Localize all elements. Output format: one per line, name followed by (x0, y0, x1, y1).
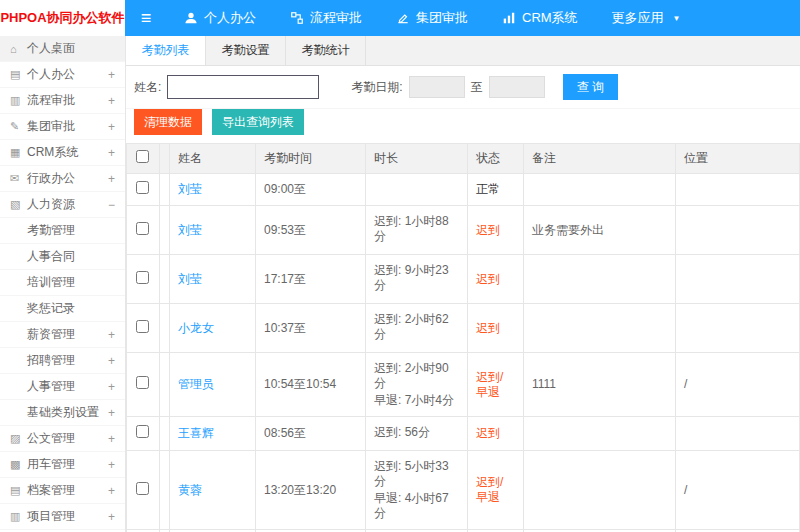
expand-icon[interactable]: + (108, 146, 115, 160)
row-checkbox[interactable] (136, 181, 149, 194)
sidebar-item-workflow-approval[interactable]: ▥流程审批+ (0, 88, 125, 114)
action-bar: 清理数据 导出查询列表 (126, 109, 800, 143)
sidebar-item-personnel-mgmt[interactable]: 人事管理+ (0, 374, 125, 400)
sidebar-item-group-approval[interactable]: ✎集团审批+ (0, 114, 125, 140)
employee-name-link[interactable]: 王喜辉 (178, 426, 214, 440)
menu-toggle-button[interactable]: ≡ (125, 0, 167, 36)
sidebar-item-vehicle-mgmt[interactable]: ▩用车管理+ (0, 452, 125, 478)
name-input[interactable] (167, 75, 319, 99)
employee-name-link[interactable]: 小龙女 (178, 321, 214, 335)
sidebar-item-label: 档案管理 (27, 482, 75, 499)
remark-cell: 1111 (524, 353, 676, 417)
nav-item-workflow-approval[interactable]: 流程审批 (273, 0, 379, 36)
sidebar-item-project-mgmt[interactable]: ▥项目管理+ (0, 504, 125, 530)
sidebar-item-label: 薪资管理 (27, 326, 75, 343)
date-label: 考勤日期: (351, 79, 402, 96)
row-checkbox[interactable] (136, 271, 149, 284)
status-text: 迟到 (476, 272, 500, 286)
location-cell: / (676, 353, 800, 417)
sidebar-item-label: 个人办公 (27, 66, 75, 83)
sidebar-item-rewards-records[interactable]: 奖惩记录 (0, 296, 125, 322)
attendance-time: 09:00至 (256, 174, 366, 206)
sidebar-item-hr[interactable]: ▧人力资源− (0, 192, 125, 218)
expand-icon[interactable]: + (108, 68, 115, 82)
bar-chart-icon (502, 11, 516, 25)
nav-item-more-apps[interactable]: 更多应用 ▼ (595, 0, 698, 36)
workflow-icon (290, 11, 304, 25)
sidebar-item-base-category-settings[interactable]: 基础类别设置+ (0, 400, 125, 426)
sidebar-item-personal-office[interactable]: ▤个人办公+ (0, 62, 125, 88)
employee-name-link[interactable]: 刘莹 (178, 223, 202, 237)
location-cell (676, 206, 800, 255)
expand-icon[interactable]: + (108, 510, 115, 524)
date-start-input[interactable] (409, 76, 465, 98)
status-text: 迟到/早退 (476, 370, 503, 399)
project-icon: ▥ (10, 510, 27, 523)
office-icon: ▤ (10, 68, 27, 81)
to-label: 至 (471, 79, 483, 96)
nav-item-group-approval[interactable]: 集团审批 (379, 0, 485, 36)
col-header-remark: 备注 (524, 144, 676, 174)
sidebar-item-label: 人力资源 (27, 196, 75, 213)
clean-data-button[interactable]: 清理数据 (134, 109, 202, 135)
expand-icon[interactable]: + (108, 380, 115, 394)
expand-icon[interactable]: + (108, 406, 115, 420)
employee-name-link[interactable]: 管理员 (178, 377, 214, 391)
location-cell (676, 417, 800, 451)
sidebar-item-recruit-mgmt[interactable]: 招聘管理+ (0, 348, 125, 374)
table-header-row: 姓名 考勤时间 时长 状态 备注 位置 (127, 144, 800, 174)
sidebar-item-hr-contract[interactable]: 人事合同 (0, 244, 125, 270)
edit-icon (396, 11, 410, 25)
table-row: 刘莹 09:53至 迟到: 1小时88分 迟到 业务需要外出 (127, 206, 800, 255)
sidebar-item-salary-mgmt[interactable]: 薪资管理+ (0, 322, 125, 348)
row-checkbox[interactable] (136, 482, 149, 495)
tab-attendance-settings[interactable]: 考勤设置 (206, 36, 286, 65)
row-checkbox[interactable] (136, 222, 149, 235)
status-text: 正常 (476, 182, 500, 196)
mail-icon: ✉ (10, 172, 27, 185)
tab-attendance-list[interactable]: 考勤列表 (126, 36, 206, 65)
sidebar-item-training-mgmt[interactable]: 培训管理 (0, 270, 125, 296)
name-label: 姓名: (134, 79, 161, 96)
collapse-icon[interactable]: − (108, 198, 115, 212)
expand-icon[interactable]: + (108, 172, 115, 186)
status-text: 迟到 (476, 426, 500, 440)
nav-item-crm[interactable]: CRM系统 (485, 0, 595, 36)
employee-name-link[interactable]: 刘莹 (178, 182, 202, 196)
expand-icon[interactable]: + (108, 484, 115, 498)
top-navbar: PHPOA协同办公软件 ≡ 个人办公 流程审批 集团审批 CRM系统 更多应用 … (0, 0, 800, 36)
expand-icon[interactable]: + (108, 120, 115, 134)
sidebar-item-label: 培训管理 (27, 274, 75, 291)
sidebar-item-admin-office[interactable]: ✉行政办公+ (0, 166, 125, 192)
duration-cell: 迟到: 56分 (366, 417, 468, 451)
sidebar-item-desktop[interactable]: ⌂个人桌面 (0, 36, 125, 62)
search-button[interactable]: 查 询 (563, 74, 618, 100)
export-list-button[interactable]: 导出查询列表 (212, 109, 304, 135)
row-checkbox[interactable] (136, 425, 149, 438)
date-end-input[interactable] (489, 76, 545, 98)
sidebar-item-attendance-mgmt[interactable]: 考勤管理 (0, 218, 125, 244)
sidebar-item-label: 人事管理 (27, 378, 75, 395)
status-text: 迟到 (476, 321, 500, 335)
expand-icon[interactable]: + (108, 94, 115, 108)
expand-icon[interactable]: + (108, 328, 115, 342)
sidebar-item-label: 个人桌面 (27, 40, 75, 57)
sidebar-item-document-mgmt[interactable]: ▨公文管理+ (0, 426, 125, 452)
user-icon (184, 11, 198, 25)
expand-icon[interactable]: + (108, 354, 115, 368)
car-icon: ▩ (10, 458, 27, 471)
row-checkbox[interactable] (136, 376, 149, 389)
select-all-checkbox[interactable] (136, 150, 149, 163)
row-checkbox[interactable] (136, 320, 149, 333)
tab-attendance-stats[interactable]: 考勤统计 (286, 36, 366, 65)
location-cell (676, 304, 800, 353)
nav-label: 更多应用 (612, 9, 664, 27)
nav-item-personal-office[interactable]: 个人办公 (167, 0, 273, 36)
employee-name-link[interactable]: 黄蓉 (178, 483, 202, 497)
sidebar-item-crm[interactable]: ▦CRM系统+ (0, 140, 125, 166)
expand-icon[interactable]: + (108, 458, 115, 472)
folder-icon: ▤ (10, 484, 27, 497)
sidebar-item-archive-mgmt[interactable]: ▤档案管理+ (0, 478, 125, 504)
expand-icon[interactable]: + (108, 432, 115, 446)
employee-name-link[interactable]: 刘莹 (178, 272, 202, 286)
